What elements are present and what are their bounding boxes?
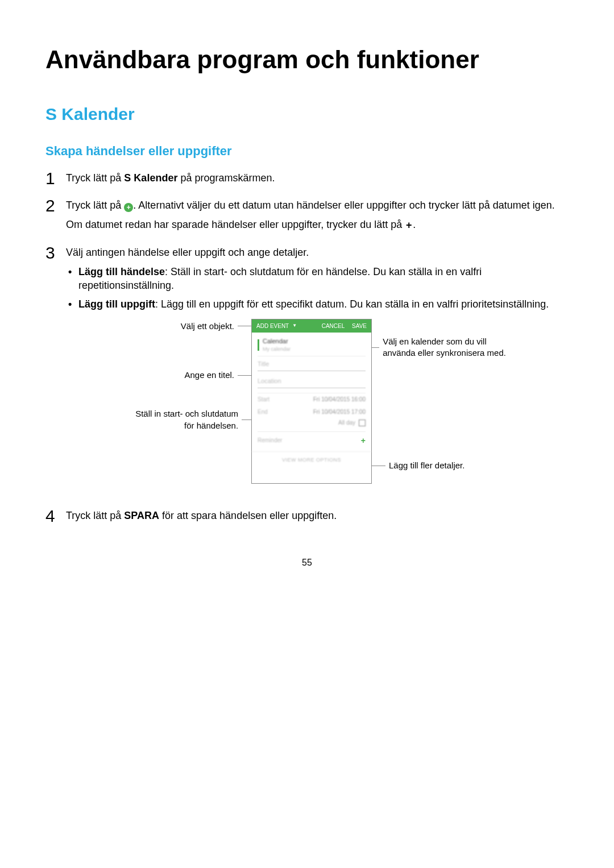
app-name-bold: S Kalender <box>124 172 177 184</box>
phone-topbar: Add event ▼ CANCEL SAVE <box>252 319 371 333</box>
section-heading: S Kalender <box>45 103 569 126</box>
text: Tryck lätt på <box>66 200 124 211</box>
text: på programskärmen. <box>177 172 275 184</box>
start-label: Start <box>258 396 269 404</box>
callout-select-calendar: Välj en kalender som du vill använda ell… <box>372 336 508 359</box>
callout-enter-title: Ange en titel. <box>184 369 251 381</box>
location-field: Location <box>258 377 366 385</box>
bullet-add-task: Lägg till uppgift: Lägg till en uppgift … <box>66 297 569 311</box>
topbar-cancel: CANCEL <box>322 323 345 329</box>
text: för att spara händelsen eller uppgiften. <box>159 510 337 521</box>
step-number: 1 <box>45 170 66 187</box>
callout-line-icon <box>238 375 251 376</box>
callout-label: Lägg till fler detaljer. <box>389 460 464 471</box>
step-1: 1 Tryck lätt på S Kalender på programskä… <box>45 171 569 190</box>
figure: Välj ett objekt. Ange en titel. Ställ in… <box>66 319 569 484</box>
end-label: End <box>258 408 268 416</box>
plus-icon: + <box>405 222 413 230</box>
start-value: Fri 10/04/2015 16:00 <box>313 396 366 404</box>
text: Om datumet redan har sparade händelser e… <box>66 219 405 230</box>
callout-line-icon <box>242 420 251 420</box>
step-number: 2 <box>45 197 66 214</box>
text: . <box>413 219 416 230</box>
step-number: 4 <box>45 508 66 525</box>
page-title: Användbara program och funktioner <box>45 45 569 74</box>
start-row: Start Fri 10/04/2015 16:00 <box>252 393 371 406</box>
dropdown-triangle-icon: ▼ <box>292 323 297 329</box>
calendar-name: Calendar <box>263 337 291 346</box>
callout-label: Ställ in start- och slutdatum för händel… <box>126 408 238 431</box>
bullet-add-event: Lägg till händelse: Ställ in start- och … <box>66 265 569 293</box>
step-intro: Välj antingen händelse eller uppgift och… <box>66 246 569 259</box>
checkbox-icon <box>359 420 366 426</box>
step-number: 3 <box>45 244 66 261</box>
callout-line-icon <box>372 347 379 348</box>
end-row: End Fri 10/04/2015 17:00 <box>252 406 371 418</box>
callout-line-icon <box>238 326 251 326</box>
calendar-selector: Calendar My calendar <box>252 333 371 356</box>
reminder-label: Reminder <box>258 437 282 445</box>
text: Tryck lätt på <box>66 510 124 521</box>
calendar-color-bar-icon <box>258 339 259 351</box>
reminder-row: Reminder + <box>252 432 371 450</box>
text: . Alternativt väljer du ett datum utan h… <box>133 200 554 211</box>
step-3: 3 Välj antingen händelse eller uppgift o… <box>45 246 569 501</box>
step-2: 2 Tryck lätt på +. Alternativt väljer du… <box>45 198 569 238</box>
save-bold: SPARA <box>124 510 159 521</box>
view-more-options: VIEW MORE OPTIONS <box>252 451 371 468</box>
allday-label: All day <box>338 419 355 427</box>
allday-row: All day <box>252 418 371 431</box>
bullet-rest: : Lägg till en uppgift för ett specifikt… <box>155 298 549 310</box>
topbar-add-event: Add event <box>256 322 289 330</box>
add-circle-icon: + <box>124 203 133 212</box>
callout-line-icon <box>372 466 385 466</box>
bullet-bold: Lägg till uppgift <box>78 298 155 310</box>
callout-select-object: Välj ett objekt. <box>181 321 251 332</box>
calendar-sub: My calendar <box>263 346 291 352</box>
text: Tryck lätt på <box>66 172 124 184</box>
page-number: 55 <box>45 556 569 569</box>
callout-label: Välj en kalender som du vill använda ell… <box>383 336 508 359</box>
callout-label: Ange en titel. <box>184 369 234 381</box>
end-value: Fri 10/04/2015 17:00 <box>313 408 366 416</box>
callout-label: Välj ett objekt. <box>181 321 234 332</box>
subsection-heading: Skapa händelser eller uppgifter <box>45 143 569 160</box>
topbar-save: SAVE <box>352 323 367 329</box>
callout-set-dates: Ställ in start- och slutdatum för händel… <box>126 408 251 431</box>
bullet-bold: Lägg till händelse <box>78 266 165 277</box>
title-field: Title <box>258 360 366 368</box>
step-4: 4 Tryck lätt på SPARA för att spara händ… <box>45 509 569 528</box>
callout-more-details: Lägg till fler detaljer. <box>372 460 464 471</box>
add-reminder-plus-icon: + <box>361 435 366 446</box>
phone-mockup: Add event ▼ CANCEL SAVE Calendar <box>251 319 372 484</box>
